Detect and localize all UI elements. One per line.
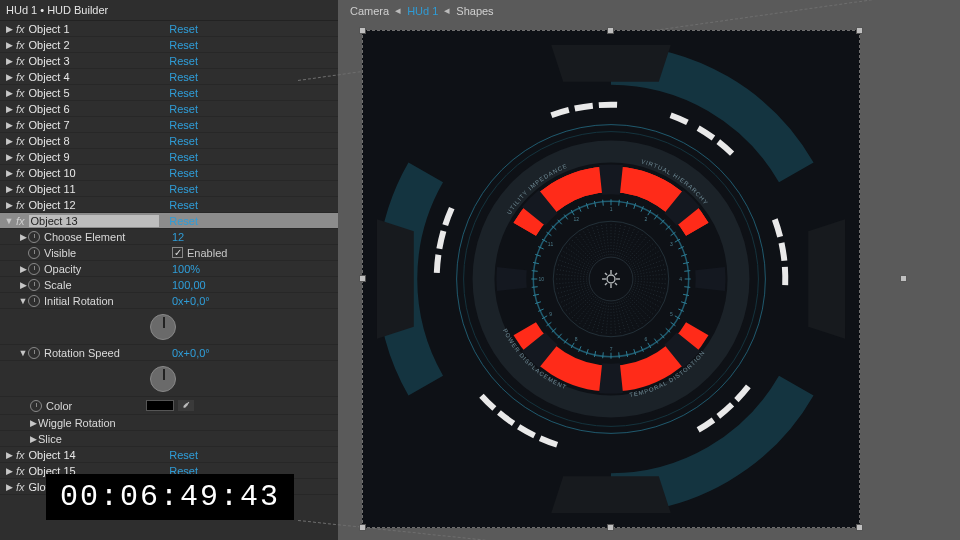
crumb-camera[interactable]: Camera: [350, 5, 389, 17]
reset-link[interactable]: Reset: [169, 55, 198, 67]
prop-value[interactable]: 0x+0,0°: [172, 347, 210, 359]
reset-link[interactable]: Reset: [169, 119, 198, 131]
effect-row[interactable]: ▶fxObject 3Reset: [0, 53, 338, 69]
effect-name: Object 9: [29, 151, 159, 163]
reset-link[interactable]: Reset: [169, 215, 198, 227]
color-swatch[interactable]: [146, 400, 174, 411]
reset-link[interactable]: Reset: [169, 199, 198, 211]
fx-badge: fx: [16, 103, 25, 115]
twirl-right-icon[interactable]: ▶: [18, 264, 28, 274]
twirl-down-icon[interactable]: ▼: [18, 296, 28, 306]
reset-link[interactable]: Reset: [169, 167, 198, 179]
effect-row[interactable]: ▶fxObject 14Reset: [0, 447, 338, 463]
effect-row[interactable]: ▶fxObject 12Reset: [0, 197, 338, 213]
effect-row[interactable]: ▶fxObject 9Reset: [0, 149, 338, 165]
prop-visible[interactable]: ▶ Visible Enabled: [0, 245, 338, 261]
svg-line-161: [605, 283, 607, 285]
effect-row[interactable]: ▶fxObject 8Reset: [0, 133, 338, 149]
twirl-right-icon[interactable]: ▶: [4, 120, 14, 130]
prop-value[interactable]: 12: [172, 231, 184, 243]
twirl-right-icon[interactable]: ▶: [28, 434, 38, 444]
stopwatch-icon[interactable]: [28, 247, 40, 259]
effect-row[interactable]: ▶fxObject 2Reset: [0, 37, 338, 53]
reset-link[interactable]: Reset: [169, 23, 198, 35]
svg-line-52: [603, 200, 604, 206]
twirl-right-icon[interactable]: ▶: [4, 40, 14, 50]
twirl-right-icon[interactable]: ▶: [4, 200, 14, 210]
angle-dial-icon[interactable]: [150, 366, 176, 392]
twirl-right-icon[interactable]: ▶: [4, 136, 14, 146]
comp-canvas[interactable]: UTILITY IMPEDANCE VIRTUAL HIERARCHY TEMP…: [362, 30, 860, 528]
reset-link[interactable]: Reset: [169, 135, 198, 147]
prop-rotation-speed[interactable]: ▼ Rotation Speed 0x+0,0°: [0, 345, 338, 361]
crumb-active[interactable]: HUd 1: [407, 5, 438, 17]
prop-value[interactable]: 100%: [172, 263, 200, 275]
fx-badge: fx: [16, 39, 25, 51]
twirl-down-icon[interactable]: ▼: [18, 348, 28, 358]
twirl-right-icon[interactable]: ▶: [4, 168, 14, 178]
crumb-shapes[interactable]: Shapes: [456, 5, 493, 17]
effect-row[interactable]: ▶fxObject 4Reset: [0, 69, 338, 85]
twirl-right-icon[interactable]: ▶: [4, 88, 14, 98]
effect-row[interactable]: ▶fxObject 6Reset: [0, 101, 338, 117]
reset-link[interactable]: Reset: [169, 449, 198, 461]
effect-row[interactable]: ▶fxObject 7Reset: [0, 117, 338, 133]
svg-line-67: [684, 271, 690, 272]
fx-badge: fx: [16, 55, 25, 67]
effect-row[interactable]: ▶fxObject 11Reset: [0, 181, 338, 197]
svg-line-85: [633, 287, 663, 298]
eyedropper-icon[interactable]: [178, 400, 194, 411]
twirl-right-icon[interactable]: ▶: [4, 104, 14, 114]
stopwatch-icon[interactable]: [28, 263, 40, 275]
reset-link[interactable]: Reset: [169, 151, 198, 163]
svg-line-25: [594, 351, 595, 357]
reset-link[interactable]: Reset: [169, 87, 198, 99]
effects-list: ▶fxObject 1Reset▶fxObject 2Reset▶fxObjec…: [0, 21, 338, 495]
twirl-right-icon[interactable]: ▶: [28, 418, 38, 428]
effect-row[interactable]: ▶fxObject 1Reset: [0, 21, 338, 37]
stopwatch-icon[interactable]: [28, 295, 40, 307]
stopwatch-icon[interactable]: [28, 231, 40, 243]
twirl-right-icon[interactable]: ▶: [4, 152, 14, 162]
prop-label: Color: [46, 400, 94, 412]
twirl-right-icon[interactable]: ▶: [4, 24, 14, 34]
stopwatch-icon[interactable]: [28, 347, 40, 359]
stopwatch-icon[interactable]: [28, 279, 40, 291]
twirl-down-icon[interactable]: ▼: [4, 216, 14, 226]
twirl-right-icon[interactable]: ▶: [18, 232, 28, 242]
checkbox[interactable]: Enabled: [172, 247, 227, 259]
stopwatch-icon[interactable]: [30, 400, 42, 412]
reset-link[interactable]: Reset: [169, 103, 198, 115]
reset-link[interactable]: Reset: [169, 71, 198, 83]
effect-row-selected[interactable]: ▼ fx Object 13 Reset: [0, 213, 338, 229]
effect-row[interactable]: ▶fxObject 10Reset: [0, 165, 338, 181]
effect-name: Object 7: [29, 119, 159, 131]
twirl-right-icon[interactable]: ▶: [4, 56, 14, 66]
twirl-right-icon[interactable]: ▶: [4, 184, 14, 194]
prop-opacity[interactable]: ▶ Opacity 100%: [0, 261, 338, 277]
svg-point-154: [607, 275, 615, 283]
twirl-right-icon[interactable]: ▶: [18, 280, 28, 290]
selection-handle[interactable]: [900, 275, 907, 282]
prop-value[interactable]: 100,00: [172, 279, 206, 291]
svg-line-9: [684, 287, 690, 288]
angle-dial-icon[interactable]: [150, 314, 176, 340]
twirl-right-icon[interactable]: ▶: [4, 72, 14, 82]
svg-line-152: [635, 274, 667, 277]
svg-line-10: [683, 294, 689, 295]
prop-choose-element[interactable]: ▶ Choose Element 12: [0, 229, 338, 245]
prop-wiggle[interactable]: ▶ Wiggle Rotation: [0, 415, 338, 431]
reset-link[interactable]: Reset: [169, 183, 198, 195]
svg-line-133: [601, 224, 607, 255]
prop-initial-rotation[interactable]: ▼ Initial Rotation 0x+0,0°: [0, 293, 338, 309]
prop-slice[interactable]: ▶ Slice: [0, 431, 338, 447]
twirl-right-icon[interactable]: ▶: [4, 482, 14, 492]
prop-scale[interactable]: ▶ Scale 100,00: [0, 277, 338, 293]
fx-badge: fx: [16, 481, 25, 493]
twirl-right-icon[interactable]: ▶: [4, 450, 14, 460]
effect-row[interactable]: ▶fxObject 5Reset: [0, 85, 338, 101]
twirl-right-icon[interactable]: ▶: [4, 466, 14, 476]
reset-link[interactable]: Reset: [169, 39, 198, 51]
prop-value[interactable]: 0x+0,0°: [172, 295, 210, 307]
prop-color[interactable]: Color: [0, 397, 338, 415]
